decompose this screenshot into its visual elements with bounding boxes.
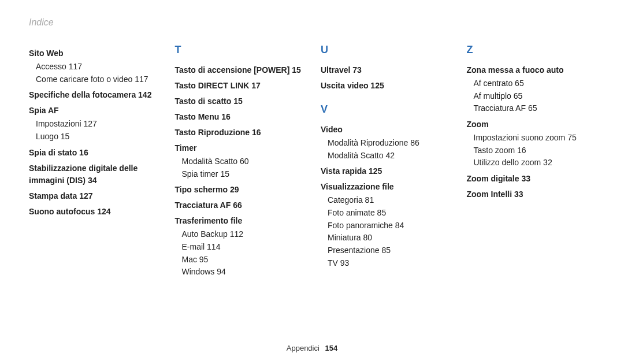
index-page: Indice Sito Web Accesso 117 Come caricar… [0, 0, 624, 364]
entry: Tasto di accensione [POWER] 15 [175, 64, 304, 76]
index-column-s: Sito Web Accesso 117 Come caricare foto … [29, 44, 158, 278]
entry: Tasto Riproduzione 16 [175, 127, 304, 139]
entry: Zoom digitale 33 [467, 173, 596, 185]
sub-entry: Modalità Scatto 60 [182, 155, 304, 168]
entry: Tipo schermo 29 [175, 184, 304, 196]
index-column-z: Z Zona messa a fuoco auto Af centrato 65… [467, 44, 596, 278]
sub-entry: Spia timer 15 [182, 168, 304, 181]
entry: Zoom Intelli 33 [467, 188, 596, 200]
sub-entry: Impostazioni suono zoom 75 [474, 132, 596, 144]
entry: Tasto Menu 16 [175, 111, 304, 123]
letter-heading-t: T [175, 44, 304, 56]
footer-section: Appendici [287, 344, 320, 352]
index-columns: Sito Web Accesso 117 Come caricare foto … [29, 44, 595, 278]
sub-entry: Utilizzo dello zoom 32 [474, 157, 596, 169]
sub-entry: Auto Backup 112 [182, 228, 304, 241]
entry: Trasferimento file [175, 215, 304, 227]
page-header: Indice [29, 17, 595, 28]
sub-entry: Windows 94 [182, 266, 304, 278]
sub-entry: Foto animate 85 [328, 207, 450, 220]
sub-entry: TV 93 [328, 257, 450, 270]
index-column-t: T Tasto di accensione [POWER] 15 Tasto D… [175, 44, 304, 278]
entry: Ultravel 73 [321, 64, 450, 76]
entry: Uscita video 125 [321, 80, 450, 92]
sub-entry: Come caricare foto o video 117 [36, 73, 158, 86]
sub-entry: Af multiplo 65 [474, 90, 596, 103]
entry: Vista rapida 125 [321, 165, 450, 177]
entry: Suono autofocus 124 [29, 206, 158, 218]
entry: Tracciatura AF 66 [175, 199, 304, 211]
entry: Tasto DIRECT LINK 17 [175, 80, 304, 92]
sub-entry: Miniatura 80 [328, 232, 450, 244]
entry: Tasto di scatto 15 [175, 95, 304, 107]
entry: Zoom [467, 118, 596, 131]
footer-page-number: 154 [325, 344, 338, 352]
entry: Spia di stato 16 [29, 147, 158, 159]
sub-entry: Accesso 117 [36, 61, 158, 73]
sub-entry: Af centrato 65 [474, 77, 596, 90]
entry: Stabilizzazione digitale delle immagini … [29, 162, 158, 187]
entry: Zona messa a fuoco auto [467, 64, 596, 76]
letter-heading-u: U [321, 44, 450, 56]
sub-entry: Categoria 81 [328, 194, 450, 207]
sub-entry: Tasto zoom 16 [474, 144, 596, 157]
sub-entry: Tracciatura AF 65 [474, 102, 596, 115]
entry: Video [321, 124, 450, 136]
sub-entry: Modalità Scatto 42 [328, 150, 450, 162]
entry: Sito Web [29, 47, 158, 60]
sub-entry: E-mail 114 [182, 241, 304, 254]
sub-entry: Foto panoramiche 84 [328, 220, 450, 232]
sub-entry: Modalità Riproduzione 86 [328, 137, 450, 150]
page-footer: Appendici 154 [0, 344, 624, 352]
index-column-uv: U Ultravel 73 Uscita video 125 V Video M… [321, 44, 450, 278]
sub-entry: Impostazioni 127 [36, 118, 158, 131]
sub-entry: Luogo 15 [36, 131, 158, 143]
entry: Specifiche della fotocamera 142 [29, 89, 158, 101]
entry: Timer [175, 142, 304, 154]
entry: Spia AF [29, 105, 158, 117]
entry: Stampa data 127 [29, 190, 158, 202]
sub-entry: Mac 95 [182, 254, 304, 266]
letter-heading-z: Z [467, 44, 596, 56]
letter-heading-v: V [321, 103, 450, 116]
sub-entry: Presentazione 85 [328, 244, 450, 257]
entry: Visualizzazione file [321, 181, 450, 193]
